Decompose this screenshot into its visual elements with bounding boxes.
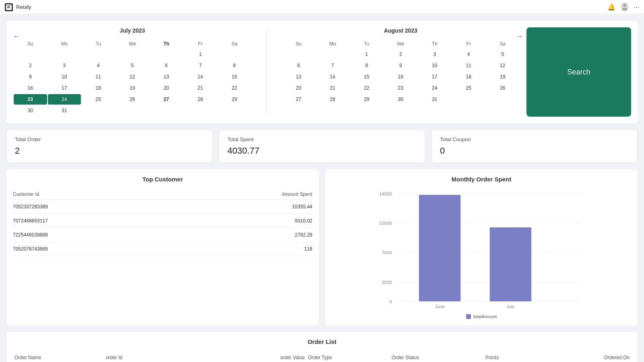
total-spent-value: 4030.77 [227, 146, 417, 156]
jul-day[interactable]: 11 [82, 72, 115, 82]
next-month-button[interactable]: → [513, 31, 526, 42]
bell-icon[interactable]: 🔔 [607, 3, 615, 11]
jul-day[interactable]: 14 [184, 72, 217, 82]
jul-day-selected-start[interactable]: 23 [14, 94, 47, 105]
jul-day[interactable]: 20 [150, 83, 183, 93]
aug-day[interactable]: 11 [452, 60, 485, 71]
jul-day[interactable]: 7 [184, 60, 217, 71]
jul-day-bold[interactable]: 27 [150, 94, 183, 105]
jul-day[interactable] [116, 49, 149, 60]
jul-day[interactable]: 18 [82, 83, 115, 93]
aug-day[interactable]: 19 [486, 72, 520, 82]
points-col: Points [484, 352, 543, 362]
jul-thu-header: Th [150, 39, 183, 48]
aug-day[interactable]: 1 [350, 49, 384, 60]
jul-day[interactable]: 30 [14, 105, 47, 116]
aug-fri-header: Fr [452, 39, 485, 48]
aug-day[interactable]: 16 [384, 72, 417, 82]
more-icon[interactable]: ··· [634, 4, 639, 11]
jul-day[interactable]: 16 [14, 83, 47, 93]
svg-text:14000: 14000 [379, 191, 392, 196]
july-grid: Su Mo Tu We Th Fr Sa [13, 39, 252, 117]
customer-table: Customer Id Amount Spent 7052337283389 1… [13, 189, 312, 256]
aug-day[interactable]: 31 [418, 94, 452, 105]
user-avatar[interactable] [620, 2, 629, 12]
aug-day[interactable] [282, 49, 316, 60]
aug-day[interactable]: 26 [486, 83, 520, 93]
jul-day-selected-end[interactable]: 24 [48, 94, 81, 105]
aug-day[interactable]: 28 [316, 94, 349, 105]
jul-day[interactable]: 17 [48, 83, 81, 93]
aug-day[interactable]: 22 [350, 83, 384, 93]
aug-day[interactable]: 13 [282, 72, 316, 82]
jul-day[interactable] [116, 105, 149, 116]
aug-day[interactable]: 15 [350, 72, 384, 82]
aug-day[interactable]: 30 [384, 94, 417, 105]
aug-day[interactable]: 6 [282, 60, 316, 71]
aug-day[interactable]: 23 [384, 83, 417, 93]
prev-month-button[interactable]: ← [10, 31, 23, 42]
jul-day[interactable] [82, 49, 115, 60]
svg-point-4 [623, 4, 626, 7]
jul-day[interactable]: 15 [218, 72, 251, 82]
jul-day[interactable] [184, 105, 217, 116]
jul-day[interactable]: 5 [116, 60, 149, 71]
aug-day[interactable]: 8 [350, 60, 384, 71]
jul-day[interactable]: 26 [116, 94, 149, 105]
aug-day[interactable]: 9 [384, 60, 417, 71]
aug-mon-header: Mo [316, 39, 349, 48]
jul-day[interactable] [14, 49, 47, 60]
calendar-section: ← July 2023 Su Mo Tu We Th Fr Sa [6, 21, 638, 123]
calendar-july: July 2023 Su Mo Tu We Th Fr Sa [13, 27, 252, 117]
jul-fri-header: Fr [184, 39, 217, 48]
jul-day[interactable] [218, 105, 251, 116]
aug-day[interactable]: 3 [418, 49, 452, 60]
aug-day[interactable]: 12 [486, 60, 520, 71]
aug-day[interactable]: 20 [282, 83, 316, 93]
aug-day[interactable]: 5 [486, 49, 520, 60]
aug-day[interactable]: 14 [316, 72, 349, 82]
jul-day[interactable]: 2 [14, 60, 47, 71]
aug-day[interactable]: 27 [282, 94, 316, 105]
jul-day[interactable]: 8 [218, 60, 251, 71]
aug-day[interactable]: 29 [350, 94, 384, 105]
aug-day[interactable] [486, 94, 520, 105]
jul-day[interactable]: 31 [48, 105, 81, 116]
svg-point-5 [622, 8, 627, 11]
jul-day[interactable] [82, 105, 115, 116]
aug-day[interactable]: 4 [452, 49, 485, 60]
jul-day[interactable]: 1 [184, 49, 217, 60]
aug-day[interactable]: 25 [452, 83, 485, 93]
aug-day[interactable]: 24 [418, 83, 452, 93]
jul-day[interactable] [150, 49, 183, 60]
jul-day[interactable]: 25 [82, 94, 115, 105]
svg-rect-1 [7, 6, 10, 6]
jul-day[interactable]: 12 [116, 72, 149, 82]
jul-day[interactable]: 29 [218, 94, 251, 105]
jul-day[interactable]: 3 [48, 60, 81, 71]
aug-day[interactable]: 21 [316, 83, 349, 93]
aug-day[interactable] [452, 94, 485, 105]
jul-day[interactable]: 21 [184, 83, 217, 93]
aug-day[interactable]: 18 [452, 72, 485, 82]
total-order-value: 2 [15, 146, 204, 156]
jul-day[interactable] [218, 49, 251, 60]
top-customer-title: Top Customer [13, 176, 312, 183]
aug-day[interactable]: 17 [418, 72, 452, 82]
aug-day[interactable]: 10 [418, 60, 452, 71]
aug-day[interactable]: 7 [316, 60, 349, 71]
jul-day[interactable]: 6 [150, 60, 183, 71]
jul-day[interactable]: 10 [48, 72, 81, 82]
jul-day[interactable] [48, 49, 81, 60]
jul-day[interactable]: 13 [150, 72, 183, 82]
svg-rect-2 [7, 7, 10, 8]
jul-day[interactable]: 22 [218, 83, 251, 93]
jul-day[interactable]: 19 [116, 83, 149, 93]
aug-day[interactable]: 2 [384, 49, 417, 60]
search-button[interactable]: Search [526, 27, 631, 117]
jul-day[interactable]: 9 [14, 72, 47, 82]
jul-day[interactable]: 4 [82, 60, 115, 71]
jul-day[interactable]: 28 [184, 94, 217, 105]
aug-day[interactable] [316, 49, 349, 60]
jul-day[interactable] [150, 105, 183, 116]
